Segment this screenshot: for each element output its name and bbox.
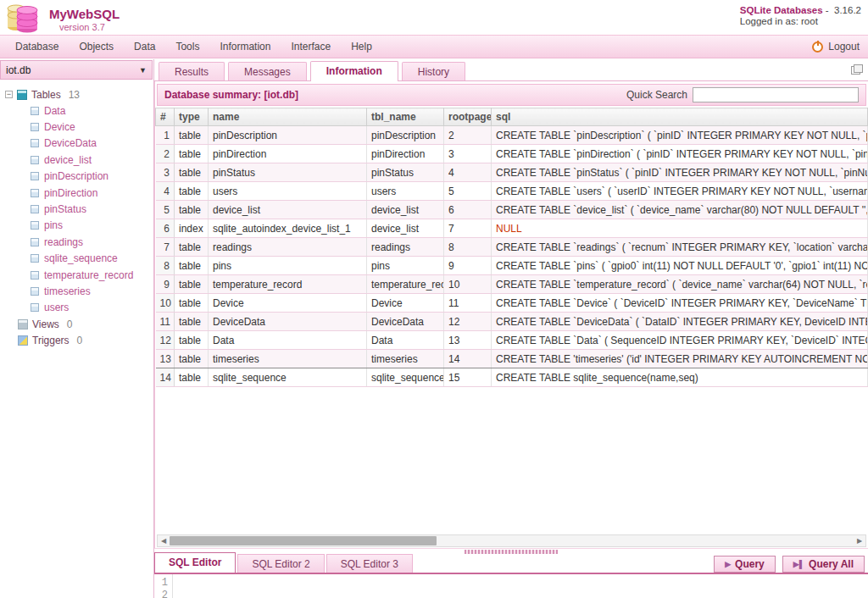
menu-item[interactable]: Database	[5, 37, 69, 56]
sidebar-table-item[interactable]: Data	[5, 102, 153, 119]
grid-column-header[interactable]: name	[209, 108, 367, 126]
play-all-icon: ▶▌	[793, 560, 804, 568]
table-row[interactable]: 11 table DeviceData DeviceData 12 CREATE…	[156, 313, 868, 331]
sidebar-table-item[interactable]: pinDescription	[5, 169, 153, 185]
chevron-down-icon: ▼	[139, 66, 147, 75]
sidebar-table-item[interactable]: device_list	[5, 152, 153, 168]
quick-search-input[interactable]	[693, 87, 859, 102]
grid-column-header[interactable]: rootpage	[444, 108, 492, 126]
server-name: SQLite Databases	[740, 5, 823, 15]
table-row[interactable]: 8 table pins pins 9 CREATE TABLE `pins` …	[156, 257, 868, 275]
sql-editor[interactable]: 12	[154, 574, 868, 598]
table-row[interactable]: 6 index sqlite_autoindex_device_list_1 d…	[156, 219, 868, 238]
table-row[interactable]: 12 table Data Data 13 CREATE TABLE `Data…	[156, 331, 868, 350]
summary-title: Database summary: [iot.db]	[164, 89, 298, 101]
result-tabs: Results Messages Information History	[154, 59, 868, 81]
menu-item[interactable]: Tools	[165, 37, 209, 56]
query-all-button[interactable]: ▶▌ Query All	[782, 556, 865, 573]
table-icon	[31, 287, 39, 296]
sidebar-table-item[interactable]: DeviceData	[5, 136, 153, 152]
table-icon	[31, 189, 39, 197]
quick-search-label: Quick Search	[626, 89, 687, 101]
sidebar-table-item[interactable]: pinStatus	[5, 201, 153, 217]
collapse-icon[interactable]: −	[5, 91, 13, 98]
result-tab[interactable]: Results	[159, 62, 225, 80]
table-row[interactable]: 5 table device_list device_list 6 CREATE…	[156, 201, 868, 219]
database-selector-value: iot.db	[6, 64, 31, 76]
table-row[interactable]: 14 table sqlite_sequence sqlite_sequence…	[156, 368, 868, 387]
menu-item[interactable]: Objects	[69, 37, 124, 56]
grid-column-header[interactable]: sql	[492, 108, 868, 126]
menu-item[interactable]: Data	[124, 37, 165, 56]
tree-node-triggers[interactable]: Triggers 0	[5, 332, 153, 348]
information-panel: Database summary: [iot.db] Quick Search	[154, 81, 868, 548]
sidebar-table-item[interactable]: sqlite_sequence	[5, 251, 153, 267]
result-tab[interactable]: History	[402, 62, 465, 80]
views-label: Views	[32, 318, 59, 330]
server-version: 3.16.2	[834, 5, 861, 15]
app-version: version 3.7	[59, 22, 120, 32]
sidebar-table-item[interactable]: readings	[5, 234, 153, 250]
table-row[interactable]: 7 table readings readings 8 CREATE TABLE…	[156, 238, 868, 257]
power-icon	[812, 42, 823, 53]
grid-column-header[interactable]: tbl_name	[367, 108, 444, 126]
popout-icon[interactable]	[851, 64, 863, 75]
tree-node-tables[interactable]: − Tables 13	[5, 86, 153, 102]
sql-code-area[interactable]	[173, 574, 868, 598]
table-list: Data Device DeviceData	[5, 102, 153, 316]
table-row[interactable]: 13 table timeseries timeseries 14 CREATE…	[156, 350, 868, 368]
play-icon: ▶	[725, 560, 731, 568]
table-icon	[31, 156, 39, 164]
menu-item[interactable]: Interface	[281, 37, 341, 56]
grid-column-header[interactable]: type	[175, 108, 209, 126]
table-row[interactable]: 4 table users users 5 CREATE TABLE `user…	[156, 182, 868, 201]
table-row[interactable]: 9 table temperature_record temperature_r…	[156, 275, 868, 294]
sidebar-table-item[interactable]: temperature_record	[5, 267, 153, 283]
scrollbar-thumb[interactable]	[170, 536, 437, 545]
table-icon	[31, 221, 39, 230]
sidebar-table-item[interactable]: timeseries	[5, 283, 153, 299]
sql-editor-tab[interactable]: SQL Editor 3	[326, 554, 413, 573]
query-button[interactable]: ▶ Query	[714, 556, 776, 573]
scroll-left-icon[interactable]: ◀	[158, 535, 170, 546]
logout-label: Logout	[828, 41, 860, 53]
sidebar-table-item[interactable]: pins	[5, 218, 153, 234]
triggers-icon	[18, 335, 28, 346]
table-row[interactable]: 3 table pinStatus pinStatus 4 CREATE TAB…	[156, 163, 868, 182]
line-number: 2	[154, 590, 168, 598]
result-tab[interactable]: Information	[310, 61, 398, 81]
tables-count: 13	[69, 89, 80, 101]
tables-icon	[17, 90, 27, 100]
table-icon	[31, 303, 39, 312]
table-row[interactable]: 1 table pinDescription pinDescription 2 …	[156, 126, 868, 145]
result-tab[interactable]: Messages	[228, 62, 307, 80]
scroll-right-icon[interactable]: ▶	[854, 535, 865, 546]
menu-items: DatabaseObjectsDataToolsInformationInter…	[5, 37, 382, 56]
menu-item[interactable]: Help	[341, 37, 382, 56]
sidebar-table-item[interactable]: users	[5, 300, 153, 316]
grid-body: 1 table pinDescription pinDescription 2 …	[156, 126, 868, 387]
table-icon	[31, 205, 39, 213]
triggers-count: 0	[77, 335, 83, 346]
horizontal-scrollbar[interactable]: ◀ ▶	[157, 534, 866, 547]
line-number: 1	[154, 577, 168, 590]
table-icon	[31, 139, 39, 147]
table-icon	[31, 254, 39, 263]
logout-button[interactable]: Logout	[812, 41, 860, 53]
table-row[interactable]: 2 table pinDirection pinDirection 3 CREA…	[156, 145, 868, 163]
table-row[interactable]: 10 table Device Device 11 CREATE TABLE `…	[156, 294, 868, 313]
sidebar-table-item[interactable]: pinDirection	[5, 185, 153, 201]
menu-item[interactable]: Information	[209, 37, 281, 56]
grid-column-header[interactable]: #	[156, 108, 175, 126]
database-selector[interactable]: iot.db ▼	[0, 60, 153, 80]
table-icon	[31, 238, 39, 246]
sidebar-table-item[interactable]: Device	[5, 119, 153, 135]
tree-node-views[interactable]: Views 0	[5, 316, 153, 332]
sql-editor-tabs: SQL Editor SQL Editor 2 SQL Editor 3 ▶ Q…	[154, 554, 868, 574]
views-icon	[18, 319, 28, 329]
sql-editor-tab[interactable]: SQL Editor 2	[237, 554, 324, 573]
sidebar: iot.db ▼ − Tables 13 Data	[0, 59, 154, 598]
app-title: MyWebSQL	[49, 7, 120, 21]
table-icon	[31, 172, 39, 180]
sql-editor-tab[interactable]: SQL Editor	[154, 552, 236, 573]
